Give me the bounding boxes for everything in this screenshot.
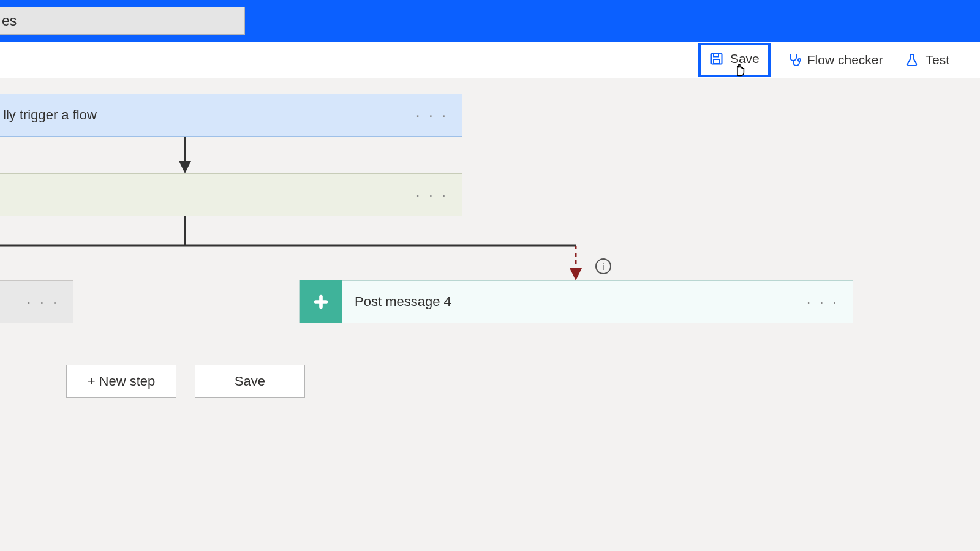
action-card-1[interactable]: · · · [0,173,462,216]
new-step-button[interactable]: + New step [66,365,176,398]
svg-marker-8 [179,161,191,173]
canvas-save-button[interactable]: Save [195,365,305,398]
flow-checker-label: Flow checker [807,53,883,67]
branch-card-left-menu[interactable]: · · · [27,293,59,310]
post-message-label: Post message 4 [342,294,451,310]
svg-marker-12 [570,268,582,280]
flow-canvas[interactable]: lly trigger a flow · · · · · · · · · i P… [0,78,980,551]
trigger-card[interactable]: lly trigger a flow · · · [0,94,462,137]
test-button[interactable]: Test [899,49,956,71]
save-button[interactable]: Save [698,43,771,77]
canvas-save-button-label: Save [235,373,265,389]
svg-point-6 [798,59,801,61]
search-input[interactable] [0,7,245,35]
save-icon [709,51,724,66]
trigger-card-label: lly trigger a flow [3,107,97,123]
canvas-footer-buttons: + New step Save [66,365,305,398]
svg-rect-5 [714,59,720,64]
branch-card-left[interactable]: · · · [0,280,74,323]
info-icon[interactable]: i [595,258,611,274]
svg-rect-15 [319,295,323,309]
post-message-card[interactable]: Post message 4 · · · [299,280,853,323]
info-glyph: i [602,261,604,272]
post-message-card-menu[interactable]: · · · [807,293,839,310]
trigger-card-menu[interactable]: · · · [416,107,448,124]
flask-icon [905,53,919,67]
action-card-1-menu[interactable]: · · · [416,186,448,203]
save-button-label: Save [730,51,760,66]
stethoscope-icon [786,53,801,67]
app-header: Environments enayu.com (default) HL [0,0,980,42]
editor-toolbar: Save Flow checker Test [0,42,980,78]
slack-icon [300,280,342,323]
test-button-label: Test [925,53,949,67]
new-step-button-label: + New step [88,373,156,389]
flow-checker-button[interactable]: Flow checker [780,49,889,71]
